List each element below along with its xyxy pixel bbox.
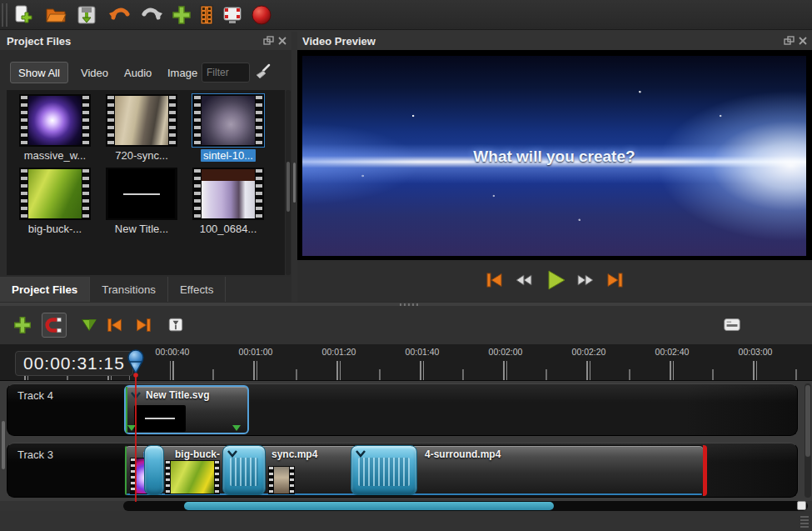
file-item-massive[interactable]: massive_w... — [15, 94, 95, 162]
export-video-button[interactable] — [221, 3, 244, 27]
project-files-panel: Project Files Show All Video Audio Image… — [0, 32, 291, 277]
tab-effects-label: Effects — [180, 283, 214, 296]
clip-label: 4-surround.mp4 — [425, 448, 501, 460]
tab-project-files[interactable]: Project Files — [0, 277, 90, 302]
zoom-scale-button[interactable] — [720, 313, 745, 338]
jump-to-start-button[interactable] — [482, 268, 507, 293]
redo-button[interactable] — [140, 3, 163, 27]
scrollbar-end-handle[interactable] — [797, 501, 806, 510]
file-item-sintel-selected[interactable]: sintel-10... — [188, 94, 268, 162]
transition-3[interactable] — [351, 445, 417, 495]
main-toolbar — [0, 0, 812, 30]
undo-icon — [108, 3, 132, 27]
file-label: 720-sync... — [112, 149, 171, 162]
ruler-tick-label: 00:02:00 — [489, 347, 523, 357]
transition-1[interactable] — [144, 445, 164, 495]
next-marker-button[interactable] — [130, 313, 155, 338]
previous-marker-button[interactable] — [103, 313, 128, 338]
timeline-left-grip[interactable] — [2, 421, 5, 469]
choose-profile-icon — [195, 3, 218, 27]
tab-image[interactable]: Image — [160, 62, 205, 83]
bottom-strip — [0, 511, 812, 531]
tab-effects[interactable]: Effects — [168, 277, 227, 302]
center-playhead-button[interactable] — [163, 313, 188, 338]
file-thumbnail — [192, 168, 264, 220]
timeline-horizontal-scrollbar[interactable] — [123, 501, 808, 511]
tab-transitions-label: Transitions — [102, 283, 156, 296]
timeline-vertical-scrollbar[interactable] — [805, 383, 811, 498]
file-thumbnail — [106, 94, 177, 147]
clip-in-edge[interactable] — [125, 446, 127, 495]
video-overlay-text: What will you create? — [302, 148, 806, 166]
save-project-button[interactable] — [75, 3, 98, 27]
snapping-button[interactable] — [42, 313, 67, 338]
record-icon — [250, 3, 273, 27]
tab-transitions[interactable]: Transitions — [90, 277, 168, 302]
float-icon — [783, 35, 795, 47]
transition-2[interactable] — [222, 445, 266, 495]
vertical-scrollbar-thumb[interactable] — [805, 385, 810, 457]
fast-forward-button[interactable] — [572, 268, 597, 293]
toolbar-drag-handle[interactable] — [2, 3, 7, 27]
file-item-big-buck[interactable]: big-buck-... — [15, 168, 95, 235]
splitter-grip[interactable] — [293, 163, 296, 203]
open-project-button[interactable] — [44, 3, 67, 27]
tab-image-label: Image — [167, 67, 197, 79]
jump-to-end-icon — [603, 268, 626, 292]
playhead-line — [135, 377, 137, 502]
file-thumbnail — [19, 168, 91, 220]
clip-resize-right-handle[interactable] — [232, 425, 241, 431]
project-files-title: Project Files — [7, 35, 71, 48]
filter-input[interactable] — [202, 63, 250, 83]
timeline-ruler[interactable]: 00:00:40 00:01:00 00:01:20 00:01:40 00:0… — [0, 344, 812, 381]
transition-menu-chevron-icon[interactable] — [227, 448, 238, 458]
add-track-icon — [12, 314, 33, 336]
vertical-splitter[interactable] — [291, 32, 297, 302]
clip-label: big-buck- — [175, 448, 220, 460]
open-project-icon — [44, 3, 67, 27]
play-button[interactable] — [542, 268, 567, 293]
file-item-100-0684[interactable]: 100_0684... — [188, 168, 268, 235]
video-frame: What will you create? — [302, 56, 806, 256]
track-4: Track 4 New Title.svg — [7, 383, 798, 436]
float-panel-button[interactable] — [262, 35, 274, 49]
close-icon — [797, 35, 809, 47]
tab-show-all[interactable]: Show All — [10, 62, 68, 83]
redo-icon — [140, 3, 163, 27]
close-panel-button[interactable] — [276, 35, 288, 49]
add-marker-button[interactable] — [77, 313, 102, 338]
files-scrollbar-thumb[interactable] — [286, 162, 290, 212]
file-label: massive_w... — [22, 149, 88, 162]
video-preview-panel: Video Preview What will you create? — [297, 32, 812, 302]
add-track-button[interactable] — [10, 313, 35, 338]
jump-to-end-button[interactable] — [602, 268, 627, 293]
dock-tab-bar: Project Files Transitions Effects — [0, 277, 291, 302]
tab-video[interactable]: Video — [73, 62, 116, 83]
tab-audio[interactable]: Audio — [117, 62, 159, 83]
record-button[interactable] — [250, 3, 273, 27]
files-scrollbar[interactable] — [286, 90, 291, 275]
clear-filter-button[interactable] — [252, 62, 274, 83]
playback-controls — [297, 263, 812, 297]
clear-filter-brush-icon — [254, 63, 272, 82]
undo-button[interactable] — [108, 3, 132, 27]
new-project-button[interactable] — [11, 3, 34, 27]
window-resize-grip[interactable] — [800, 516, 809, 528]
transition-menu-chevron-icon[interactable] — [355, 448, 366, 458]
float-preview-button[interactable] — [783, 35, 795, 49]
file-item-720-sync[interactable]: 720-sync... — [102, 94, 182, 162]
clip-out-edge[interactable] — [703, 445, 707, 496]
clip-new-title[interactable]: New Title.svg — [124, 385, 249, 434]
ruler-tick-label: 00:01:20 — [322, 347, 356, 357]
tab-project-files-label: Project Files — [12, 283, 77, 296]
export-video-icon — [221, 3, 244, 27]
rewind-button[interactable] — [512, 268, 537, 293]
tab-show-all-label: Show All — [18, 67, 60, 79]
file-item-new-title[interactable]: New Title... — [102, 168, 182, 235]
play-icon — [542, 268, 567, 293]
clip-thumbnail — [268, 466, 295, 494]
horizontal-scrollbar-thumb[interactable] — [184, 502, 554, 510]
choose-profile-button[interactable] — [195, 3, 218, 27]
import-files-button[interactable] — [170, 3, 193, 27]
close-preview-button[interactable] — [797, 35, 809, 49]
